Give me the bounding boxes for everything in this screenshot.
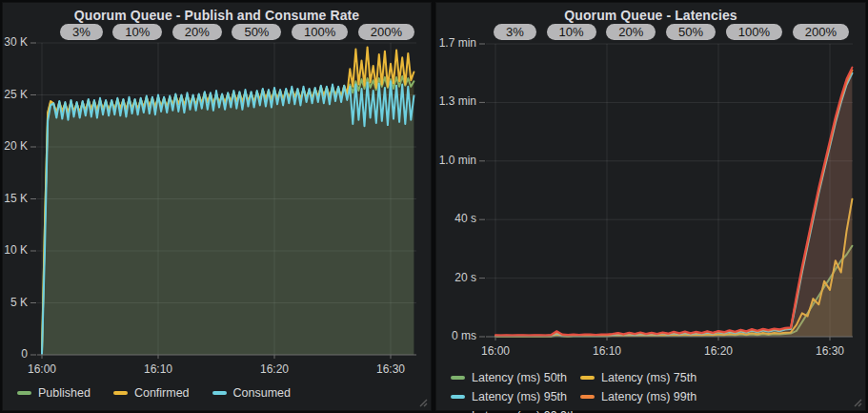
annotation-pill-200[interactable]: 200% <box>358 24 414 40</box>
annotation-pill-50[interactable]: 50% <box>666 24 716 40</box>
y-tick-label: 1.0 min <box>436 154 476 167</box>
annotation-pill-3[interactable]: 3% <box>494 24 536 40</box>
y-tick-label: 20 s <box>436 271 476 284</box>
legend-item-confirmed[interactable]: Confirmed <box>113 386 190 400</box>
annotation-pills: 3%10%20%50%100%200% <box>60 24 414 40</box>
y-tick-label: 0 <box>3 347 28 361</box>
legend-color-marker <box>580 395 595 399</box>
x-tick-label: 16:00 <box>21 362 63 376</box>
legend-color-marker <box>451 395 465 399</box>
legend-item-consumed[interactable]: Consumed <box>212 386 291 400</box>
panel-resize-handle[interactable] <box>853 398 862 407</box>
panel-latencies: Quorum Queue - Latencies 3%10%20%50%100%… <box>435 2 866 411</box>
legend-item-latency-ms-50th[interactable]: Latency (ms) 50th <box>451 371 567 384</box>
legend-item-latency-ms-99-9th[interactable]: Latency (ms) 99.9th <box>451 409 576 413</box>
legend: PublishedConfirmedConsumed <box>17 386 291 400</box>
grafana-dashboard: Quorum Queue - Publish and Consume Rate … <box>0 0 868 413</box>
legend-item-latency-ms-75th[interactable]: Latency (ms) 75th <box>580 371 696 384</box>
legend: Latency (ms) 50thLatency (ms) 75thLatenc… <box>451 371 824 413</box>
x-tick-label: 16:10 <box>137 362 179 376</box>
legend-item-published[interactable]: Published <box>17 386 91 400</box>
x-tick-label: 16:20 <box>253 362 295 376</box>
legend-color-marker <box>451 376 465 380</box>
x-tick-label: 16:30 <box>809 344 851 358</box>
y-tick-label: 20 K <box>3 139 28 153</box>
series-fill-latency-ms-99-9th <box>495 68 852 337</box>
x-tick-label: 16:10 <box>586 344 628 358</box>
y-tick-label: 5 K <box>3 296 28 309</box>
legend-label: Latency (ms) 75th <box>601 371 696 384</box>
chart-canvas[interactable] <box>3 3 433 412</box>
legend-label: Confirmed <box>134 386 190 400</box>
legend-color-marker <box>212 391 227 395</box>
annotation-pill-100[interactable]: 100% <box>292 24 348 40</box>
series-fill-consumed <box>42 81 414 355</box>
legend-label: Latency (ms) 99.9th <box>472 409 576 413</box>
panel-resize-handle[interactable] <box>418 398 428 407</box>
legend-item-latency-ms-99th[interactable]: Latency (ms) 99th <box>580 390 696 403</box>
y-tick-label: 1.7 min <box>436 36 476 50</box>
annotation-pill-20[interactable]: 20% <box>606 24 656 40</box>
annotation-pill-50[interactable]: 50% <box>232 24 281 40</box>
annotation-pill-20[interactable]: 20% <box>172 24 222 40</box>
x-tick-label: 16:00 <box>474 344 516 358</box>
y-tick-label: 25 K <box>3 88 28 101</box>
legend-item-latency-ms-95th[interactable]: Latency (ms) 95th <box>451 390 567 403</box>
legend-color-marker <box>17 391 31 395</box>
legend-label: Latency (ms) 99th <box>601 390 696 403</box>
x-tick-label: 16:20 <box>697 344 739 358</box>
annotation-pill-10[interactable]: 10% <box>547 24 596 40</box>
x-tick-label: 16:30 <box>370 362 412 376</box>
annotation-pill-100[interactable]: 100% <box>726 24 782 40</box>
annotation-pill-3[interactable]: 3% <box>60 24 103 40</box>
annotation-pill-200[interactable]: 200% <box>793 24 849 40</box>
legend-label: Published <box>38 386 91 400</box>
legend-label: Consumed <box>233 386 291 400</box>
y-tick-label: 40 s <box>436 212 476 225</box>
y-tick-label: 0 ms <box>436 329 476 342</box>
panel-publish-consume-rate: Quorum Queue - Publish and Consume Rate … <box>2 2 432 411</box>
annotation-pill-10[interactable]: 10% <box>112 24 162 40</box>
legend-label: Latency (ms) 50th <box>472 371 567 384</box>
annotation-pills: 3%10%20%50%100%200% <box>494 24 849 40</box>
legend-color-marker <box>113 391 128 395</box>
y-tick-label: 30 K <box>3 35 28 49</box>
legend-label: Latency (ms) 95th <box>472 390 567 403</box>
legend-color-marker <box>580 376 595 380</box>
y-tick-label: 15 K <box>3 192 28 205</box>
y-tick-label: 1.3 min <box>436 94 476 108</box>
y-tick-label: 10 K <box>3 243 28 257</box>
